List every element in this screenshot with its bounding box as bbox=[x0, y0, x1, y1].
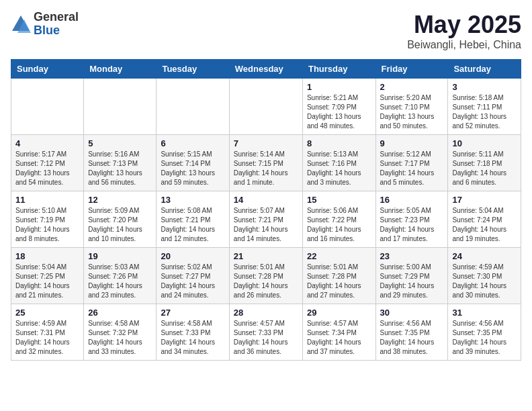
calendar-title: May 2025 bbox=[407, 11, 521, 39]
calendar-cell: 5Sunrise: 5:16 AMSunset: 7:13 PMDaylight… bbox=[84, 135, 157, 191]
day-info: Sunrise: 4:58 AMSunset: 7:32 PMDaylight:… bbox=[88, 319, 152, 357]
calendar-cell: 2Sunrise: 5:20 AMSunset: 7:10 PMDaylight… bbox=[375, 79, 448, 135]
day-number: 9 bbox=[380, 138, 444, 148]
calendar-cell bbox=[11, 79, 84, 135]
calendar-cell: 15Sunrise: 5:06 AMSunset: 7:22 PMDayligh… bbox=[302, 191, 375, 248]
calendar-cell: 20Sunrise: 5:02 AMSunset: 7:27 PMDayligh… bbox=[157, 248, 229, 304]
day-number: 24 bbox=[452, 251, 517, 261]
calendar-table: SundayMondayTuesdayWednesdayThursdayFrid… bbox=[11, 59, 521, 361]
calendar-cell: 17Sunrise: 5:04 AMSunset: 7:24 PMDayligh… bbox=[448, 191, 521, 248]
day-number: 4 bbox=[15, 138, 79, 148]
day-number: 2 bbox=[380, 82, 444, 92]
calendar-cell: 23Sunrise: 5:00 AMSunset: 7:29 PMDayligh… bbox=[375, 248, 448, 304]
calendar-cell bbox=[157, 79, 229, 135]
day-number: 28 bbox=[234, 308, 298, 318]
weekday-header-row: SundayMondayTuesdayWednesdayThursdayFrid… bbox=[11, 60, 521, 79]
calendar-week-2: 4Sunrise: 5:17 AMSunset: 7:12 PMDaylight… bbox=[11, 135, 521, 191]
calendar-cell: 4Sunrise: 5:17 AMSunset: 7:12 PMDaylight… bbox=[11, 135, 84, 191]
day-info: Sunrise: 5:01 AMSunset: 7:28 PMDaylight:… bbox=[307, 263, 371, 300]
day-number: 11 bbox=[15, 195, 79, 205]
day-number: 15 bbox=[307, 195, 371, 205]
day-info: Sunrise: 5:13 AMSunset: 7:16 PMDaylight:… bbox=[307, 150, 371, 187]
day-number: 20 bbox=[161, 251, 224, 261]
page-header: General Blue May 2025 Beiwangli, Hebei, … bbox=[11, 11, 521, 51]
day-info: Sunrise: 5:06 AMSunset: 7:22 PMDaylight:… bbox=[307, 206, 371, 244]
logo-icon bbox=[11, 14, 31, 34]
day-number: 16 bbox=[380, 195, 444, 205]
calendar-cell: 10Sunrise: 5:11 AMSunset: 7:18 PMDayligh… bbox=[448, 135, 521, 191]
calendar-cell: 7Sunrise: 5:14 AMSunset: 7:15 PMDaylight… bbox=[229, 135, 302, 191]
calendar-cell: 18Sunrise: 5:04 AMSunset: 7:25 PMDayligh… bbox=[11, 248, 84, 304]
calendar-cell: 14Sunrise: 5:07 AMSunset: 7:21 PMDayligh… bbox=[229, 191, 302, 248]
weekday-header-wednesday: Wednesday bbox=[229, 60, 302, 79]
day-number: 17 bbox=[452, 195, 517, 205]
day-info: Sunrise: 4:59 AMSunset: 7:30 PMDaylight:… bbox=[452, 263, 517, 300]
calendar-cell: 31Sunrise: 4:56 AMSunset: 7:35 PMDayligh… bbox=[448, 304, 521, 361]
day-number: 26 bbox=[88, 308, 152, 318]
day-info: Sunrise: 4:56 AMSunset: 7:35 PMDaylight:… bbox=[380, 319, 444, 357]
day-info: Sunrise: 5:14 AMSunset: 7:15 PMDaylight:… bbox=[234, 150, 298, 187]
calendar-cell: 26Sunrise: 4:58 AMSunset: 7:32 PMDayligh… bbox=[84, 304, 157, 361]
day-number: 10 bbox=[452, 138, 517, 148]
day-info: Sunrise: 5:12 AMSunset: 7:17 PMDaylight:… bbox=[380, 150, 444, 187]
calendar-cell: 8Sunrise: 5:13 AMSunset: 7:16 PMDaylight… bbox=[302, 135, 375, 191]
day-number: 5 bbox=[88, 138, 152, 148]
calendar-cell bbox=[84, 79, 157, 135]
day-info: Sunrise: 5:07 AMSunset: 7:21 PMDaylight:… bbox=[234, 206, 298, 244]
logo-blue: Blue bbox=[34, 24, 79, 38]
day-info: Sunrise: 5:05 AMSunset: 7:23 PMDaylight:… bbox=[380, 206, 444, 244]
calendar-week-4: 18Sunrise: 5:04 AMSunset: 7:25 PMDayligh… bbox=[11, 248, 521, 304]
day-info: Sunrise: 4:59 AMSunset: 7:31 PMDaylight:… bbox=[15, 319, 79, 357]
calendar-cell: 19Sunrise: 5:03 AMSunset: 7:26 PMDayligh… bbox=[84, 248, 157, 304]
day-info: Sunrise: 5:17 AMSunset: 7:12 PMDaylight:… bbox=[15, 150, 79, 187]
day-info: Sunrise: 5:08 AMSunset: 7:21 PMDaylight:… bbox=[161, 206, 224, 244]
calendar-cell: 6Sunrise: 5:15 AMSunset: 7:14 PMDaylight… bbox=[157, 135, 229, 191]
day-info: Sunrise: 5:04 AMSunset: 7:24 PMDaylight:… bbox=[452, 206, 517, 244]
day-info: Sunrise: 5:10 AMSunset: 7:19 PMDaylight:… bbox=[15, 206, 79, 244]
day-number: 13 bbox=[161, 195, 224, 205]
calendar-cell: 30Sunrise: 4:56 AMSunset: 7:35 PMDayligh… bbox=[375, 304, 448, 361]
weekday-header-friday: Friday bbox=[375, 60, 448, 79]
day-number: 18 bbox=[15, 251, 79, 261]
day-info: Sunrise: 5:15 AMSunset: 7:14 PMDaylight:… bbox=[161, 150, 224, 187]
calendar-cell: 12Sunrise: 5:09 AMSunset: 7:20 PMDayligh… bbox=[84, 191, 157, 248]
day-number: 27 bbox=[161, 308, 224, 318]
weekday-header-monday: Monday bbox=[84, 60, 157, 79]
day-info: Sunrise: 5:04 AMSunset: 7:25 PMDaylight:… bbox=[15, 263, 79, 300]
calendar-cell: 22Sunrise: 5:01 AMSunset: 7:28 PMDayligh… bbox=[302, 248, 375, 304]
day-info: Sunrise: 5:16 AMSunset: 7:13 PMDaylight:… bbox=[88, 150, 152, 187]
day-info: Sunrise: 4:58 AMSunset: 7:33 PMDaylight:… bbox=[161, 319, 224, 357]
weekday-header-thursday: Thursday bbox=[302, 60, 375, 79]
calendar-cell: 21Sunrise: 5:01 AMSunset: 7:28 PMDayligh… bbox=[229, 248, 302, 304]
day-info: Sunrise: 5:01 AMSunset: 7:28 PMDaylight:… bbox=[234, 263, 298, 300]
weekday-header-tuesday: Tuesday bbox=[157, 60, 229, 79]
calendar-cell: 27Sunrise: 4:58 AMSunset: 7:33 PMDayligh… bbox=[157, 304, 229, 361]
calendar-subtitle: Beiwangli, Hebei, China bbox=[407, 39, 521, 51]
day-number: 22 bbox=[307, 251, 371, 261]
day-info: Sunrise: 5:20 AMSunset: 7:10 PMDaylight:… bbox=[380, 93, 444, 131]
day-number: 30 bbox=[380, 308, 444, 318]
day-number: 6 bbox=[161, 138, 224, 148]
day-info: Sunrise: 5:11 AMSunset: 7:18 PMDaylight:… bbox=[452, 150, 517, 187]
title-block: May 2025 Beiwangli, Hebei, China bbox=[407, 11, 521, 51]
calendar-cell: 9Sunrise: 5:12 AMSunset: 7:17 PMDaylight… bbox=[375, 135, 448, 191]
day-number: 21 bbox=[234, 251, 298, 261]
logo-general: General bbox=[34, 11, 79, 24]
calendar-cell: 29Sunrise: 4:57 AMSunset: 7:34 PMDayligh… bbox=[302, 304, 375, 361]
day-number: 14 bbox=[234, 195, 298, 205]
day-info: Sunrise: 4:57 AMSunset: 7:33 PMDaylight:… bbox=[234, 319, 298, 357]
calendar-cell: 13Sunrise: 5:08 AMSunset: 7:21 PMDayligh… bbox=[157, 191, 229, 248]
day-number: 25 bbox=[15, 308, 79, 318]
calendar-cell: 25Sunrise: 4:59 AMSunset: 7:31 PMDayligh… bbox=[11, 304, 84, 361]
calendar-week-3: 11Sunrise: 5:10 AMSunset: 7:19 PMDayligh… bbox=[11, 191, 521, 248]
day-number: 1 bbox=[307, 82, 371, 92]
calendar-cell: 28Sunrise: 4:57 AMSunset: 7:33 PMDayligh… bbox=[229, 304, 302, 361]
calendar-cell: 16Sunrise: 5:05 AMSunset: 7:23 PMDayligh… bbox=[375, 191, 448, 248]
calendar-cell bbox=[229, 79, 302, 135]
day-info: Sunrise: 5:03 AMSunset: 7:26 PMDaylight:… bbox=[88, 263, 152, 300]
day-info: Sunrise: 5:09 AMSunset: 7:20 PMDaylight:… bbox=[88, 206, 152, 244]
day-info: Sunrise: 4:57 AMSunset: 7:34 PMDaylight:… bbox=[307, 319, 371, 357]
logo-text: General Blue bbox=[34, 11, 79, 38]
day-info: Sunrise: 5:02 AMSunset: 7:27 PMDaylight:… bbox=[161, 263, 224, 300]
calendar-cell: 3Sunrise: 5:18 AMSunset: 7:11 PMDaylight… bbox=[448, 79, 521, 135]
